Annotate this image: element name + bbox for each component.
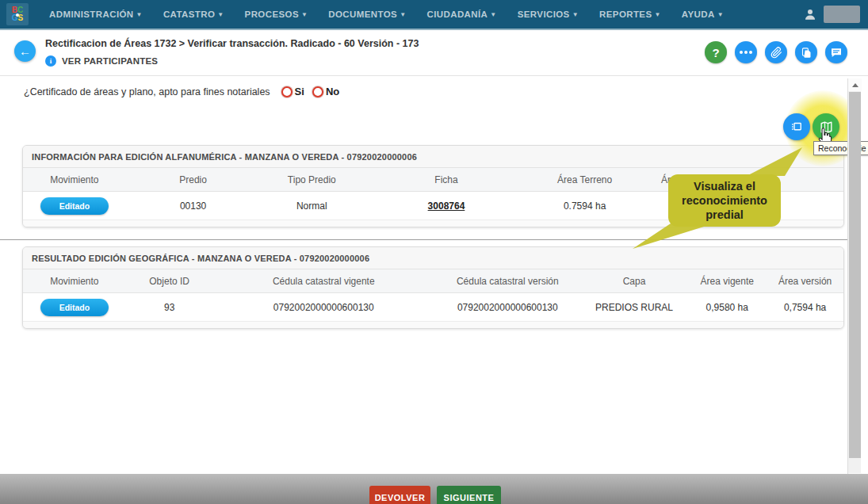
vertical-scrollbar[interactable] <box>847 78 861 486</box>
col-ficha: Ficha <box>363 174 530 185</box>
col-area-version: Área versión <box>767 276 843 287</box>
tutorial-callout: Visualiza el reconocimiento predial <box>668 174 781 227</box>
nav-menu: ADMINISTRACIÓN▼ CATASTRO▼ PROCESOS▼ DOCU… <box>49 10 724 19</box>
radio-option-no[interactable]: No <box>312 86 339 97</box>
cedula-version-value: 0792002000000600130 <box>434 302 581 313</box>
page-subtitle: VER PARTICIPANTES <box>62 56 158 66</box>
objeto-id-value: 93 <box>126 302 213 313</box>
radio-option-si[interactable]: Si <box>281 86 304 97</box>
col-objeto-id: Objeto ID <box>126 276 213 287</box>
question-icon: ? <box>712 46 719 59</box>
ficha-link[interactable]: 3008764 <box>428 200 465 212</box>
col-cedula-vigente: Cédula catastral vigente <box>213 276 434 287</box>
col-movimiento: Movimiento <box>23 174 126 185</box>
nav-item-procesos[interactable]: PROCESOS▼ <box>245 10 308 19</box>
panel-alfanumerica-title: INFORMACIÓN PARA EDICIÓN ALFANUMÉRICA - … <box>23 146 843 168</box>
nav-item-ciudadania[interactable]: CIUDADANÍA▼ <box>427 10 497 19</box>
question-label: ¿Certificado de áreas y plano, apto para… <box>24 86 270 97</box>
info-icon[interactable]: i <box>45 55 56 67</box>
top-navbar: BC GS ADMINISTRACIÓN▼ CATASTRO▼ PROCESOS… <box>0 0 868 30</box>
geographic-editor-button[interactable] <box>783 113 810 140</box>
area-terreno-value: 0.7594 ha <box>530 200 640 212</box>
footer-bar: DEVOLVER SIGUIENTE <box>0 474 868 504</box>
editado-badge[interactable]: Editado <box>40 299 109 316</box>
paperclip-icon <box>770 47 782 59</box>
comment-icon <box>830 46 843 59</box>
col-tipo-predio: Tipo Predio <box>260 174 363 185</box>
radio-si[interactable] <box>281 86 293 97</box>
nav-item-catastro[interactable]: CATASTRO▼ <box>163 10 224 19</box>
panel-geografica: RESULTADO EDICIÓN GEOGRÁFICA - MANZANA O… <box>22 246 844 329</box>
comments-button[interactable] <box>825 41 847 63</box>
attachments-button[interactable] <box>765 41 787 63</box>
nav-item-reportes[interactable]: REPORTES▼ <box>599 10 661 19</box>
area-version-value: 0,7594 ha <box>767 302 843 313</box>
help-button[interactable]: ? <box>705 41 727 63</box>
nav-item-administracion[interactable]: ADMINISTRACIÓN▼ <box>49 10 143 19</box>
section-divider <box>0 239 847 240</box>
main-content: ¿Certificado de áreas y plano, apto para… <box>0 76 868 474</box>
nav-item-servicios[interactable]: SERVICIOS▼ <box>518 10 579 19</box>
user-name-redacted[interactable] <box>824 6 860 23</box>
col-capa: Capa <box>581 276 688 287</box>
chevron-down-icon: ▼ <box>136 11 143 18</box>
panel-geografica-title: RESULTADO EDICIÓN GEOGRÁFICA - MANZANA O… <box>23 247 843 269</box>
tipo-predio-value: Normal <box>260 200 363 212</box>
back-button[interactable]: ← <box>14 40 36 62</box>
chevron-down-icon: ▼ <box>655 11 661 18</box>
user-icon[interactable] <box>803 7 817 21</box>
cedula-vigente-value: 0792002000000600130 <box>213 302 434 313</box>
col-area-vigente: Área vigente <box>687 276 767 287</box>
logo-dot <box>16 13 19 17</box>
page-header: ← Rectificacion de Áreas 1732 > Verifica… <box>0 30 868 76</box>
scroll-up-button[interactable] <box>848 78 862 91</box>
chevron-down-icon: ▼ <box>490 11 496 18</box>
editado-badge[interactable]: Editado <box>40 197 109 215</box>
app-logo[interactable]: BC GS <box>6 3 29 25</box>
predio-value: 00130 <box>126 200 261 212</box>
nav-item-documentos[interactable]: DOCUMENTOS▼ <box>328 10 406 19</box>
chevron-down-icon: ▼ <box>400 11 406 18</box>
nav-item-ayuda[interactable]: AYUDA▼ <box>682 10 724 19</box>
breadcrumb: Rectificacion de Áreas 1732 > Verificar … <box>45 38 419 49</box>
col-cedula-version: Cédula catastral versión <box>434 276 581 287</box>
ellipsis-icon <box>740 51 752 54</box>
header-actions: ? <box>705 41 847 63</box>
chevron-down-icon: ▼ <box>572 11 579 18</box>
col-area-terreno: Área Terreno <box>530 174 640 185</box>
radio-no[interactable] <box>312 86 323 97</box>
col-movimiento: Movimiento <box>23 276 126 287</box>
siguiente-button[interactable]: SIGUIENTE <box>437 486 501 504</box>
more-options-button[interactable] <box>735 41 757 63</box>
notarial-question: ¿Certificado de áreas y plano, apto para… <box>24 86 339 97</box>
area-vigente-value: 0,9580 ha <box>687 302 767 313</box>
copy-icon <box>801 47 813 59</box>
copy-documents-button[interactable] <box>795 41 817 63</box>
devolver-button[interactable]: DEVOLVER <box>369 486 430 504</box>
scrollbar-thumb[interactable] <box>849 92 861 458</box>
selection-square-icon <box>790 120 804 134</box>
table2-row: Editado 93 0792002000000600130 079200200… <box>23 293 843 322</box>
arrow-up-icon <box>852 80 858 87</box>
col-predio: Predio <box>126 174 261 185</box>
chevron-down-icon: ▼ <box>717 11 724 18</box>
table2-header-row: Movimiento Objeto ID Cédula catastral vi… <box>23 269 843 293</box>
capa-value: PREDIOS RURAL <box>581 302 688 313</box>
chevron-down-icon: ▼ <box>301 11 308 18</box>
chevron-down-icon: ▼ <box>217 11 224 18</box>
